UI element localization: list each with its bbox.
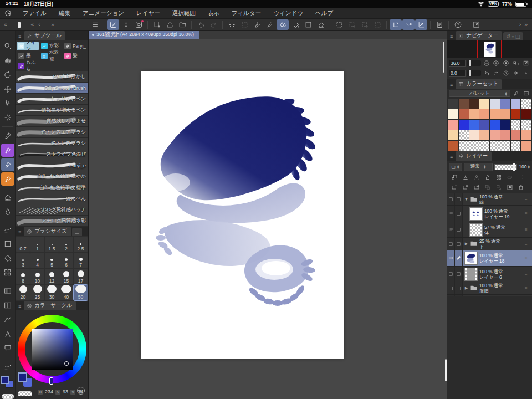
panel-scroll-left-icon[interactable]: « <box>2 22 9 28</box>
edit-checkbox[interactable] <box>457 212 461 216</box>
palette-swatch-18[interactable] <box>469 120 479 130</box>
palette-swatch-0[interactable] <box>448 99 458 109</box>
layer-visibility-cell[interactable] <box>447 250 455 266</box>
edit-checkbox[interactable] <box>457 228 461 232</box>
palette-swatch-22[interactable] <box>511 120 521 130</box>
palette-swatch-16[interactable] <box>448 120 458 130</box>
redo-button[interactable] <box>207 19 219 30</box>
right-panel-resize-handle[interactable] <box>445 359 447 381</box>
layer-row-レイヤー 6[interactable]: 100 % 通常レイヤー 6≡ <box>447 267 532 282</box>
menu-item-フィルター[interactable]: フィルター <box>226 8 267 18</box>
palette-swatch-9[interactable] <box>459 109 469 119</box>
new-layer-button[interactable] <box>449 183 459 191</box>
tab-color-set[interactable]: カラーセット <box>456 79 502 89</box>
layer-drag-handle-icon[interactable]: ≡ <box>525 211 530 216</box>
palette-edit-button[interactable] <box>512 90 520 97</box>
subtool-group-髪[interactable]: 髪 <box>63 52 87 60</box>
pen-tool-button[interactable] <box>251 19 263 30</box>
layer-row-下[interactable]: ▶25 % 通常下≡ <box>447 238 532 250</box>
menu-item-編集[interactable]: 編集 <box>53 8 76 18</box>
brush-size-12[interactable]: 12 <box>45 269 59 284</box>
brush-size-20[interactable]: 20 <box>16 285 30 300</box>
chevron-down-icon[interactable]: ▼ <box>464 197 468 201</box>
toolstrip-transparent-swatch[interactable] <box>2 394 14 399</box>
help-button[interactable] <box>452 19 464 30</box>
lock-layer-button[interactable] <box>482 173 493 181</box>
zoom-value-field[interactable]: 36.0 <box>449 60 466 67</box>
brush-item-Dilly Smooth Brush[interactable]: Dilly Smooth Brush <box>16 83 88 94</box>
palette-swatch-17[interactable] <box>459 120 469 130</box>
layer-edit-cell[interactable] <box>455 295 463 296</box>
layer-edit-cell[interactable] <box>455 267 463 282</box>
edit-checkbox[interactable] <box>457 287 461 290</box>
deselect-button[interactable] <box>226 19 238 30</box>
zoom-out-button[interactable] <box>482 59 491 67</box>
palette-swatch-27[interactable] <box>479 130 489 140</box>
color-wheel-panel-menu-icon[interactable]: ≡ <box>17 304 23 310</box>
tool-property-button[interactable] <box>107 19 119 30</box>
decoration-tool[interactable] <box>1 266 14 279</box>
text-tool[interactable] <box>1 328 14 341</box>
canvas-vertical-scrollbar[interactable] <box>443 42 444 73</box>
main-menu-button[interactable] <box>89 19 101 30</box>
selection-invert-button[interactable] <box>346 19 358 30</box>
canvas-page[interactable] <box>141 71 344 359</box>
edit-checkbox[interactable] <box>457 197 461 201</box>
subtool-group-もふも[interactable]: もふも <box>17 62 39 70</box>
balloon-tool[interactable] <box>1 342 14 355</box>
tab-brush-size-alt[interactable]: ⚊ <box>72 228 83 236</box>
palette-swatch-5[interactable] <box>500 99 510 109</box>
layer-edit-cell[interactable] <box>455 238 463 250</box>
visibility-checkbox[interactable] <box>449 242 453 246</box>
correction-tool[interactable] <box>1 360 14 373</box>
link-mask-button[interactable] <box>515 173 526 181</box>
palette-swatch-3[interactable] <box>479 99 489 109</box>
palette-swatch-28[interactable] <box>490 130 500 140</box>
layer-row-体[interactable]: 57 % 通常体≡ <box>447 222 532 238</box>
layer-panel-menu-icon[interactable]: ≡ <box>448 154 454 161</box>
palette-swatch-11[interactable] <box>479 109 489 119</box>
eye-icon[interactable] <box>448 255 454 262</box>
brush-size-panel-menu-icon[interactable]: ≡ <box>17 229 23 236</box>
zoom-in-button[interactable] <box>492 59 500 67</box>
palette-swatch-34[interactable] <box>469 141 479 151</box>
palette-swatch-33[interactable] <box>459 141 469 151</box>
blend-brush-tool[interactable] <box>1 223 14 237</box>
layer-row-レイヤー 18[interactable]: 100 % 通常レイヤー 18≡ <box>447 250 532 267</box>
blend-tool-button[interactable] <box>277 19 289 30</box>
brush-size-7[interactable]: 7 <box>74 253 88 268</box>
palette-swatch-32[interactable] <box>448 141 458 151</box>
palette-swatch-38[interactable] <box>511 141 521 151</box>
draft-layer-button[interactable] <box>471 173 482 181</box>
transparent-color-swatch[interactable] <box>18 391 32 396</box>
layer-visibility-cell[interactable] <box>447 238 455 250</box>
transfer-down-button[interactable] <box>493 183 504 191</box>
menu-item-表示[interactable]: 表示 <box>202 8 226 18</box>
menu-item-選択範囲[interactable]: 選択範囲 <box>166 8 202 18</box>
snap-ruler-button[interactable] <box>390 19 402 30</box>
menu-item-レイヤー[interactable]: レイヤー <box>130 8 166 18</box>
palette-swatch-25[interactable] <box>459 130 469 140</box>
palette-swatch-2[interactable] <box>469 99 479 109</box>
zoom-slider[interactable] <box>467 60 481 66</box>
brush-item-Paryi_e[interactable]: Paryi_e <box>16 160 88 171</box>
layer-drag-handle-icon[interactable]: ≡ <box>525 227 530 232</box>
layer-edit-cell[interactable] <box>455 222 463 237</box>
color-wheel-mode-button[interactable]: ▶ <box>77 387 85 395</box>
chevron-right-icon[interactable]: ▶ <box>464 286 468 290</box>
menu-item-ヘルプ[interactable]: ヘルプ <box>309 8 339 18</box>
palette-swatch-15[interactable] <box>521 109 531 119</box>
layer-visibility-cell[interactable] <box>447 282 455 294</box>
brush-size-8[interactable]: 8 <box>16 269 30 284</box>
menu-item-ファイル[interactable]: ファイル <box>17 8 53 18</box>
panel-scroll-left2-icon[interactable]: « <box>29 22 36 28</box>
gradient-tool[interactable] <box>1 284 14 298</box>
main-color-swatch[interactable] <box>18 372 27 382</box>
palette-swatch-6[interactable] <box>511 99 521 109</box>
save-button[interactable] <box>163 19 176 30</box>
brush-size-10[interactable]: 10 <box>30 269 44 284</box>
layer-edit-cell[interactable] <box>455 193 463 205</box>
palette-swatch-4[interactable] <box>490 99 500 109</box>
palette-swatch-1[interactable] <box>459 99 469 109</box>
navigator-extra-icons[interactable]: ↺ ▫ ◳ <box>503 32 523 40</box>
